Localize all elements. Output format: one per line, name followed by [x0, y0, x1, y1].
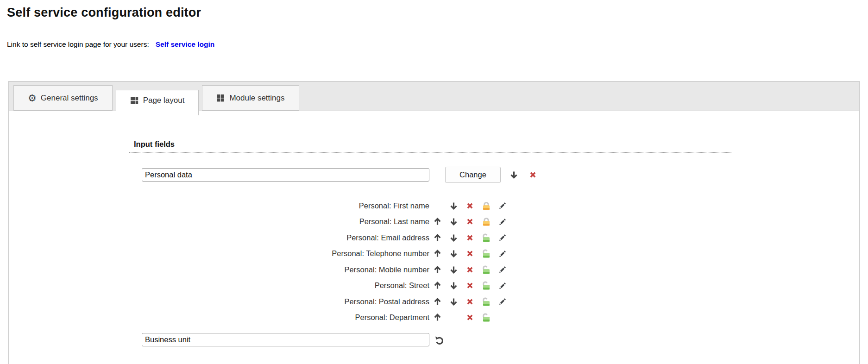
self-service-login-link[interactable]: Self service login	[156, 40, 215, 48]
tab-label: General settings	[41, 94, 98, 103]
edit-icon[interactable]	[497, 295, 509, 308]
edit-icon[interactable]	[497, 216, 509, 228]
move-group-down-icon[interactable]	[508, 169, 520, 181]
move-down-icon[interactable]	[448, 232, 460, 244]
delete-icon[interactable]	[464, 264, 476, 276]
layout-grid-icon	[130, 96, 139, 105]
new-group-row	[129, 333, 731, 346]
move-down-icon[interactable]	[448, 264, 460, 276]
lock-closed-icon[interactable]	[480, 200, 492, 212]
delete-icon[interactable]	[464, 200, 476, 212]
field-row: Personal: First name	[129, 198, 731, 214]
group-header-row: Change	[129, 167, 731, 183]
edit-icon[interactable]	[497, 280, 509, 292]
move-up-icon[interactable]	[432, 312, 444, 324]
edit-icon[interactable]	[497, 200, 509, 212]
field-row: Personal: Department	[129, 310, 731, 326]
tab-label: Page layout	[143, 96, 185, 105]
tab-general-settings[interactable]: ⚙ General settings	[13, 85, 113, 111]
field-row: Personal: Street	[129, 278, 731, 294]
move-up-icon[interactable]	[432, 248, 444, 260]
configuration-panel: ⚙ General settings Page layout Module se…	[8, 81, 860, 364]
group-name-input[interactable]	[142, 168, 429, 182]
field-rows: Personal: First name Personal: Last name…	[129, 198, 731, 326]
field-label: Personal: Street	[129, 281, 429, 290]
delete-icon[interactable]	[464, 232, 476, 244]
move-up-icon[interactable]	[432, 280, 444, 292]
lock-closed-icon[interactable]	[480, 216, 492, 228]
undo-arrow-icon[interactable]	[434, 334, 446, 346]
gear-icon: ⚙	[28, 93, 37, 103]
lock-open-icon[interactable]	[480, 280, 492, 292]
move-down-icon[interactable]	[448, 280, 460, 292]
tab-bar: ⚙ General settings Page layout Module se…	[9, 82, 859, 111]
lock-open-icon[interactable]	[480, 295, 492, 308]
move-up-icon[interactable]	[432, 264, 444, 276]
tab-page-layout[interactable]: Page layout	[116, 90, 199, 115]
delete-icon[interactable]	[464, 312, 476, 324]
move-down-icon[interactable]	[448, 200, 460, 212]
lock-open-icon[interactable]	[480, 264, 492, 276]
move-down-icon[interactable]	[448, 216, 460, 228]
move-up-icon[interactable]	[432, 295, 444, 308]
delete-icon[interactable]	[464, 280, 476, 292]
input-fields-section: Input fields Change Personal: First name	[129, 140, 731, 346]
change-button[interactable]: Change	[445, 167, 501, 183]
edit-icon[interactable]	[497, 232, 509, 244]
field-label: Personal: First name	[129, 201, 429, 210]
move-down-icon[interactable]	[448, 295, 460, 308]
field-label: Personal: Telephone number	[129, 249, 429, 258]
field-row: Personal: Last name	[129, 214, 731, 230]
field-row: Personal: Email address	[129, 230, 731, 246]
edit-icon[interactable]	[497, 264, 509, 276]
field-label: Personal: Email address	[129, 233, 429, 242]
new-group-name-input[interactable]	[142, 333, 429, 346]
field-label: Personal: Mobile number	[129, 265, 429, 274]
delete-group-icon[interactable]	[527, 169, 539, 181]
login-link-label: Link to self service login page for your…	[7, 40, 149, 48]
tab-label: Module settings	[229, 94, 284, 103]
tab-module-settings[interactable]: Module settings	[202, 85, 299, 111]
modules-grid-icon	[216, 94, 225, 102]
lock-open-icon[interactable]	[480, 248, 492, 260]
field-label: Personal: Last name	[129, 217, 429, 226]
page-layout-content: Input fields Change Personal: First name	[9, 111, 859, 364]
lock-open-icon[interactable]	[480, 232, 492, 244]
field-row: Personal: Mobile number	[129, 262, 731, 278]
lock-open-icon[interactable]	[480, 312, 492, 324]
move-up-icon[interactable]	[432, 232, 444, 244]
edit-icon[interactable]	[497, 248, 509, 260]
delete-icon[interactable]	[464, 216, 476, 228]
section-title: Input fields	[129, 140, 731, 153]
move-up-icon[interactable]	[432, 216, 444, 228]
delete-icon[interactable]	[464, 295, 476, 308]
field-label: Personal: Postal address	[129, 297, 429, 306]
field-row: Personal: Postal address	[129, 294, 731, 310]
move-down-icon[interactable]	[448, 248, 460, 260]
delete-icon[interactable]	[464, 248, 476, 260]
page-title: Self service configuration editor	[7, 6, 868, 20]
field-label: Personal: Department	[129, 313, 429, 322]
field-row: Personal: Telephone number	[129, 246, 731, 262]
